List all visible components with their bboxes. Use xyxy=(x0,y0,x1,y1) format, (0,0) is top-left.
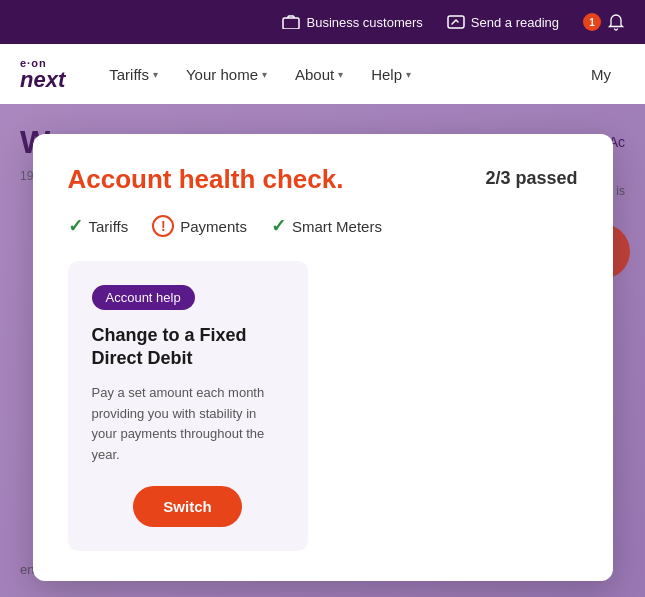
help-label: Help xyxy=(371,66,402,83)
my-account-nav[interactable]: My xyxy=(577,44,625,104)
logo-next-text: next xyxy=(20,69,65,91)
payments-check: ! Payments xyxy=(152,215,247,237)
business-customers-label: Business customers xyxy=(306,15,422,30)
main-nav: e·on next Tariffs ▾ Your home ▾ About ▾ … xyxy=(0,44,645,104)
svg-rect-0 xyxy=(283,18,299,29)
modal-overlay: Account health check. 2/3 passed ✓ Tarif… xyxy=(0,104,645,597)
switch-button[interactable]: Switch xyxy=(133,486,241,527)
notifications-link[interactable]: 1 xyxy=(583,13,625,31)
notification-count: 1 xyxy=(583,13,601,31)
briefcase-icon xyxy=(282,13,300,31)
meter-icon xyxy=(447,13,465,31)
card-body: Pay a set amount each month providing yo… xyxy=(92,383,284,466)
payments-check-label: Payments xyxy=(180,218,247,235)
account-help-badge: Account help xyxy=(92,285,195,310)
help-chevron-icon: ▾ xyxy=(406,69,411,80)
modal-passed: 2/3 passed xyxy=(485,168,577,189)
payments-warn-icon: ! xyxy=(152,215,174,237)
tariffs-check-label: Tariffs xyxy=(89,218,129,235)
about-label: About xyxy=(295,66,334,83)
my-label: My xyxy=(591,66,611,83)
modal-header: Account health check. 2/3 passed xyxy=(68,164,578,195)
about-nav[interactable]: About ▾ xyxy=(281,44,357,104)
smart-meters-check-pass-icon: ✓ xyxy=(271,215,286,237)
send-reading-label: Send a reading xyxy=(471,15,559,30)
help-nav[interactable]: Help ▾ xyxy=(357,44,425,104)
your-home-nav[interactable]: Your home ▾ xyxy=(172,44,281,104)
account-help-card: Account help Change to a Fixed Direct De… xyxy=(68,261,308,551)
about-chevron-icon: ▾ xyxy=(338,69,343,80)
tariffs-label: Tariffs xyxy=(109,66,149,83)
tariffs-check-pass-icon: ✓ xyxy=(68,215,83,237)
card-title: Change to a Fixed Direct Debit xyxy=(92,324,284,371)
your-home-chevron-icon: ▾ xyxy=(262,69,267,80)
your-home-label: Your home xyxy=(186,66,258,83)
business-customers-link[interactable]: Business customers xyxy=(282,13,422,31)
tariffs-check: ✓ Tariffs xyxy=(68,215,129,237)
health-check-modal: Account health check. 2/3 passed ✓ Tarif… xyxy=(33,134,613,581)
bell-icon xyxy=(607,13,625,31)
smart-meters-check-label: Smart Meters xyxy=(292,218,382,235)
eon-next-logo[interactable]: e·on next xyxy=(20,58,65,91)
tariffs-chevron-icon: ▾ xyxy=(153,69,158,80)
smart-meters-check: ✓ Smart Meters xyxy=(271,215,382,237)
tariffs-nav[interactable]: Tariffs ▾ xyxy=(95,44,172,104)
send-reading-link[interactable]: Send a reading xyxy=(447,13,559,31)
top-bar: Business customers Send a reading 1 xyxy=(0,0,645,44)
health-checks-row: ✓ Tariffs ! Payments ✓ Smart Meters xyxy=(68,215,578,237)
svg-rect-1 xyxy=(448,16,464,28)
modal-title: Account health check. xyxy=(68,164,344,195)
